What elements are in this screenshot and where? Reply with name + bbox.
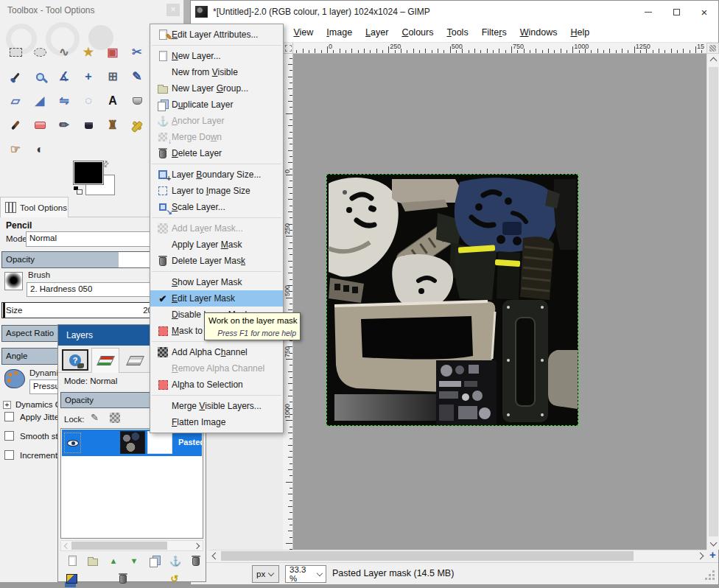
- scroll-left-icon[interactable]: [212, 553, 220, 560]
- checkbox-icon[interactable]: [4, 412, 14, 421]
- checkbox-icon[interactable]: [4, 431, 14, 441]
- menu-item-add-alpha-channel[interactable]: Add Alpha Channel: [150, 344, 283, 360]
- zoom-follow-window-button[interactable]: [706, 43, 719, 54]
- menu-tools[interactable]: Tools: [440, 23, 474, 42]
- reset-loop-icon[interactable]: ↺: [166, 571, 183, 586]
- canvas-viewport[interactable]: [293, 54, 706, 550]
- scroll-left-icon[interactable]: [64, 543, 70, 549]
- menu-item-anchor-layer[interactable]: ⚓Anchor Layer: [150, 113, 283, 129]
- shear-tool[interactable]: ▱: [6, 91, 25, 111]
- toolbox-titlebar[interactable]: Toolbox - Tool Options ×: [0, 0, 183, 21]
- free-select-tool[interactable]: ∿: [55, 43, 74, 62]
- ink-tool[interactable]: [79, 116, 98, 135]
- text-tool[interactable]: A: [103, 91, 122, 111]
- scroll-right-icon[interactable]: [194, 543, 200, 549]
- duplicate-layer-button[interactable]: [147, 553, 163, 568]
- dodge-burn-tool[interactable]: ◐: [30, 140, 49, 159]
- heal-tool[interactable]: [127, 116, 147, 135]
- cage-transform-tool[interactable]: ◌: [79, 91, 98, 111]
- layer-mode-value[interactable]: Normal: [90, 377, 117, 385]
- move-tool[interactable]: +: [79, 67, 98, 86]
- menu-item-edit-layer-attributes[interactable]: ✎Edit Layer Attributes...: [150, 27, 283, 43]
- layer-list-scrollbar[interactable]: [60, 540, 203, 551]
- layer-name[interactable]: Pasted Layer: [178, 438, 202, 447]
- eraser-tool[interactable]: [30, 116, 49, 135]
- new-group-button[interactable]: [85, 553, 101, 568]
- checkbox-incremental[interactable]: Incremental: [4, 450, 64, 460]
- canvas-image[interactable]: [326, 174, 578, 426]
- visibility-toggle[interactable]: [64, 433, 81, 453]
- align-tool[interactable]: ⊞: [103, 67, 122, 86]
- vertical-scrollbar-thumb[interactable]: [709, 67, 718, 536]
- lock-pixels-icon[interactable]: ✎: [91, 412, 99, 423]
- menu-item-remove-alpha-channel[interactable]: Remove Alpha Channel: [150, 360, 283, 377]
- menu-item-merge-visible-layers[interactable]: Merge Visible Layers...: [150, 398, 283, 414]
- maximize-button[interactable]: [662, 1, 690, 23]
- lower-layer-button[interactable]: ▼: [126, 553, 142, 568]
- airbrush-tool[interactable]: ✏: [55, 116, 74, 135]
- fuzzy-select-tool[interactable]: ★: [79, 43, 98, 62]
- toolbox-close-button[interactable]: ×: [166, 4, 180, 16]
- lock-alpha-icon[interactable]: [110, 413, 120, 423]
- layer-list[interactable]: Pasted Layer: [60, 428, 203, 539]
- checkbox-apply-jitter[interactable]: Apply Jitter: [4, 412, 62, 421]
- vertical-scrollbar[interactable]: [706, 54, 719, 550]
- slider-handle[interactable]: [3, 303, 5, 318]
- scroll-down-icon[interactable]: [710, 539, 718, 547]
- zoom-tool[interactable]: [30, 67, 49, 86]
- image-thumbnail-icon[interactable]: [63, 571, 80, 586]
- vertical-ruler[interactable]: 02505007501000: [283, 54, 293, 550]
- perspective-tool[interactable]: ◢: [30, 91, 49, 111]
- delete-layer-button[interactable]: [188, 553, 204, 568]
- menu-windows[interactable]: Windows: [513, 23, 564, 42]
- horizontal-ruler[interactable]: 02505007501000125015: [293, 43, 706, 54]
- layer-row-selected[interactable]: Pasted Layer: [62, 430, 202, 456]
- unit-dropdown[interactable]: px: [252, 565, 279, 583]
- menu-item-layer-boundary-size[interactable]: +Layer Boundary Size...: [150, 167, 283, 183]
- smudge-tool[interactable]: ☞: [6, 140, 25, 159]
- scissors-select-tool[interactable]: ✂: [127, 43, 147, 62]
- brush-preview-icon[interactable]: [4, 272, 23, 290]
- menu-filters[interactable]: Filters: [475, 23, 513, 42]
- foreground-color-swatch[interactable]: [74, 161, 103, 184]
- menu-item-layer-to-image-size[interactable]: Layer to Image Size: [150, 183, 283, 199]
- menu-item-new-from-visible[interactable]: New from Visible: [150, 64, 283, 80]
- raise-layer-button[interactable]: ▲: [105, 553, 122, 568]
- menu-item-delete-layer-mask[interactable]: Delete Layer Mask: [150, 253, 283, 269]
- flip-tool[interactable]: ⇋: [55, 91, 74, 111]
- new-layer-button[interactable]: [64, 553, 80, 568]
- menu-item-merge-down[interactable]: ↓Merge Down: [150, 129, 283, 145]
- tab-layers-icon[interactable]: [91, 348, 119, 373]
- color-picker-tool[interactable]: [6, 67, 25, 86]
- navigation-cross-icon[interactable]: +: [706, 550, 719, 561]
- menu-item-new-layer-group[interactable]: New Layer Group...: [150, 80, 283, 97]
- scroll-right-icon[interactable]: [697, 553, 704, 560]
- menu-layer[interactable]: Layer: [359, 23, 395, 42]
- layer-thumbnail[interactable]: [120, 431, 145, 454]
- menu-help[interactable]: Help: [564, 23, 596, 42]
- menu-colours[interactable]: Colours: [395, 23, 440, 42]
- tab-channels-icon[interactable]: [121, 349, 149, 371]
- horizontal-scrollbar-thumb[interactable]: [221, 551, 634, 561]
- zoom-dropdown[interactable]: 33.3 %: [285, 565, 326, 583]
- ruler-origin-button[interactable]: [283, 43, 293, 54]
- tool-options-tab[interactable]: Tool Options: [0, 197, 69, 217]
- anchor-layer-button[interactable]: ⚓: [167, 553, 183, 568]
- menu-item-show-layer-mask[interactable]: Show Layer Mask: [150, 274, 283, 290]
- menu-item-new-layer[interactable]: New Layer...: [150, 48, 283, 64]
- minimize-button[interactable]: [634, 1, 662, 23]
- layer-mode-row[interactable]: Mode: Normal: [64, 377, 117, 385]
- close-button[interactable]: ×: [690, 1, 718, 23]
- menu-item-edit-layer-mask[interactable]: ✔Edit Layer Mask: [150, 290, 283, 307]
- menu-view[interactable]: View: [287, 23, 320, 42]
- default-colors-icon[interactable]: [73, 186, 85, 197]
- menu-item-alpha-to-selection[interactable]: Alpha to Selection: [150, 377, 283, 393]
- menu-item-delete-layer[interactable]: Delete Layer: [150, 145, 283, 161]
- menu-item-add-layer-mask[interactable]: Add Layer Mask...: [150, 220, 283, 237]
- paths-tool[interactable]: ✎: [127, 67, 147, 86]
- paintbrush-tool[interactable]: [6, 116, 25, 135]
- resize-grip[interactable]: [706, 571, 715, 580]
- ellipse-select-tool[interactable]: [30, 43, 49, 62]
- bucket-fill-tool[interactable]: [127, 91, 147, 111]
- rectangle-select-tool[interactable]: [6, 43, 25, 62]
